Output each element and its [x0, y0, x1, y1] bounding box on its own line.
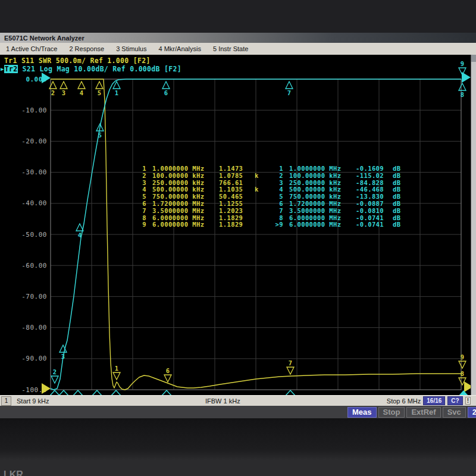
trace2-name: Tr2: [4, 65, 18, 73]
marker-cell: 2: [136, 173, 146, 180]
marker-cell: 7: [136, 208, 146, 215]
marker-cell: [255, 208, 261, 215]
marker-cell: dB: [393, 208, 403, 215]
ifbw-readout: IFBW 1 kHz: [205, 397, 240, 405]
system-status-stop[interactable]: Stop: [378, 407, 405, 418]
marker-cell: [255, 193, 261, 201]
marker-cell: -115.02: [356, 173, 389, 180]
marker-table: 11.0000000 MHz1.147311.0000000 MHz-0.160…: [136, 165, 403, 228]
active-trace-arrow-icon: ▶: [1, 66, 4, 72]
marker-cell: k: [255, 186, 261, 193]
system-status-meas[interactable]: Meas: [347, 407, 377, 418]
system-status-extref[interactable]: ExtRef: [406, 407, 440, 418]
y-axis-label: -90.00: [0, 355, 47, 362]
y-axis-label: -70.00: [0, 293, 47, 300]
marker-cell: 100.00000 kHz: [289, 173, 351, 180]
channel-number: 1: [5, 397, 8, 404]
window-scrollbar[interactable]: [471, 55, 476, 395]
menu-item-5[interactable]: 5 Instr State: [207, 45, 254, 52]
y-axis-label: -40.00: [0, 199, 47, 207]
screenshot-root: E5071C Network Analyzer 1 Active Ch/Trac…: [0, 0, 476, 476]
marker-cell: dB: [393, 221, 403, 228]
marker-cell: 1.1829: [219, 221, 252, 228]
trace1-readout[interactable]: Tr1 S11 SWR 500.0m/ Ref 1.000 [F2]: [4, 57, 151, 65]
scrollbar-cap: [471, 55, 476, 62]
marker-cell: 1.7200000 MHz: [289, 201, 351, 208]
marker-cell: [255, 201, 261, 208]
trace2-readout[interactable]: ▶Tr2 S21 Log Mag 10.00dB/ Ref 0.000dB [F…: [1, 65, 181, 73]
y-axis-label: -30.00: [0, 168, 47, 176]
window-title-bar[interactable]: E5071C Network Analyzer: [0, 33, 476, 43]
marker-cell: 6: [269, 201, 283, 208]
top-letterbox: [0, 0, 476, 33]
marker-cell: 100.00000 kHz: [152, 173, 214, 180]
alert-badge: !: [465, 397, 471, 405]
channel-number-box: 1: [1, 396, 11, 406]
menu-bar: 1 Active Ch/Trace2 Response3 Stimulus4 M…: [0, 43, 476, 55]
marker-cell: dB: [393, 173, 403, 180]
marker-table-row: 96.0000000 MHz1.1829>96.0000000 MHz-0.07…: [136, 221, 403, 228]
y-axis-label: -10.00: [0, 107, 47, 114]
marker-table-row: 2100.00000 kHz1.0785k2100.00000 kHz-115.…: [136, 173, 403, 180]
marker-cell: 1.1255: [219, 201, 252, 208]
marker-cell: k: [255, 173, 261, 180]
marker-cell: 2: [269, 173, 283, 180]
marker-table-row: 73.5000000 MHz1.202373.5000000 MHz-0.081…: [136, 208, 403, 215]
marker-cell: 6.0000000 MHz: [152, 221, 214, 228]
marker-cell: dB: [393, 201, 403, 208]
marker-cell: 1.2023: [219, 208, 252, 215]
marker-cell: >9: [269, 221, 283, 228]
y-axis-label: -50.00: [0, 231, 47, 239]
menu-item-3[interactable]: 3 Stimulus: [110, 45, 152, 52]
marker-cell: 3.5000000 MHz: [289, 208, 351, 215]
bottom-letterbox: LKR: [0, 418, 476, 476]
y-axis-label: -20.00: [0, 137, 47, 145]
marker-table-row: 61.7200000 MHz1.125561.7200000 MHz-0.088…: [136, 201, 403, 208]
marker-cell: 6: [136, 201, 146, 208]
trace1-params: S11 SWR 500.0m/ Ref 1.000 [F2]: [17, 57, 151, 65]
stop-frequency-readout: Stop 6 MHz: [387, 397, 421, 405]
corner-text: LKR: [4, 469, 23, 476]
y-axis-label: -80.00: [0, 324, 47, 331]
system-status-2[interactable]: 2: [468, 407, 476, 418]
marker-cell: 7: [269, 208, 283, 215]
y-axis-ref-label: 0.000: [0, 76, 47, 83]
start-frequency-readout: Start 9 kHz: [17, 397, 49, 405]
menu-item-4[interactable]: 4 Mkr/Analysis: [152, 45, 207, 52]
trace2-params: S21 Log Mag 10.00dB/ Ref 0.000dB [F2]: [18, 65, 181, 73]
marker-cell: 6.0000000 MHz: [289, 221, 351, 228]
points-badge[interactable]: 16/16: [423, 396, 445, 405]
menu-item-1[interactable]: 1 Active Ch/Trace: [0, 45, 63, 52]
marker-cell: 1.7200000 MHz: [152, 201, 214, 208]
menu-item-2[interactable]: 2 Response: [63, 45, 110, 52]
marker-cell: [255, 221, 261, 228]
status-bar: 1 Start 9 kHz IFBW 1 kHz Stop 6 MHz 16/1…: [0, 395, 476, 406]
y-axis-label: -100.0: [0, 386, 47, 394]
marker-cell: -0.0741: [356, 221, 389, 228]
marker-cell: 9: [136, 221, 146, 228]
system-status-svc[interactable]: Svc: [443, 407, 466, 418]
marker-cell: [255, 215, 261, 222]
marker-cell: -0.0810: [356, 208, 389, 215]
marker-cell: 3.5000000 MHz: [152, 208, 214, 215]
marker-cell: 1.0785: [219, 173, 252, 180]
y-axis-label: -60.00: [0, 262, 47, 270]
trace1-name: Tr1: [4, 57, 17, 65]
system-status-bar: MeasStopExtRefSvc2: [0, 406, 476, 418]
cal-status-badge[interactable]: C?: [447, 396, 462, 405]
window-title: E5071C Network Analyzer: [4, 35, 84, 42]
marker-cell: -0.0887: [356, 201, 389, 208]
